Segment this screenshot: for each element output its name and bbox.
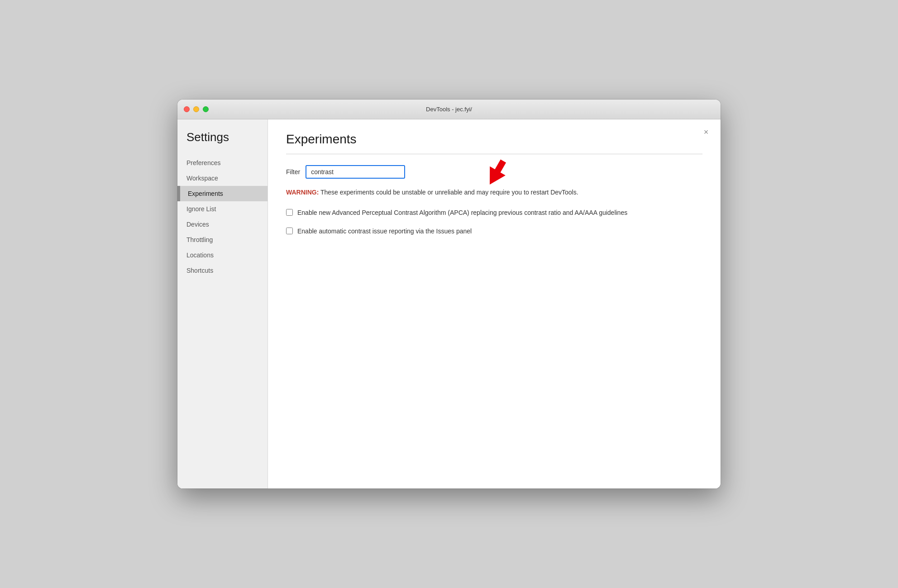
- checkbox-auto-contrast: Enable automatic contrast issue reportin…: [286, 227, 702, 236]
- sidebar-item-devices[interactable]: Devices: [177, 217, 267, 232]
- page-title: Experiments: [286, 132, 702, 147]
- sidebar-item-shortcuts[interactable]: Shortcuts: [177, 263, 267, 278]
- sidebar-title: Settings: [177, 130, 267, 155]
- sidebar-item-workspace[interactable]: Workspace: [177, 171, 267, 186]
- auto-contrast-checkbox[interactable]: [286, 228, 293, 234]
- sidebar-item-experiments[interactable]: Experiments: [177, 186, 267, 201]
- filter-label: Filter: [286, 168, 300, 175]
- red-arrow-annotation: [476, 157, 517, 190]
- apca-checkbox[interactable]: [286, 209, 293, 216]
- traffic-lights: [184, 106, 209, 112]
- sidebar: Settings Preferences Workspace Experimen…: [177, 119, 268, 488]
- apca-label: Enable new Advanced Perceptual Contrast …: [297, 208, 627, 218]
- browser-window: DevTools - jec.fyi/ Settings Preferences…: [177, 100, 721, 488]
- close-panel-button[interactable]: ×: [701, 127, 712, 138]
- title-bar: DevTools - jec.fyi/: [177, 100, 721, 119]
- divider: [286, 154, 702, 154]
- filter-row: Filter: [286, 165, 702, 179]
- sidebar-item-locations[interactable]: Locations: [177, 247, 267, 263]
- window-title: DevTools - jec.fyi/: [426, 106, 472, 113]
- checkbox-apca: Enable new Advanced Perceptual Contrast …: [286, 208, 702, 218]
- close-window-button[interactable]: [184, 106, 190, 112]
- sidebar-item-ignore-list[interactable]: Ignore List: [177, 201, 267, 217]
- filter-input[interactable]: [306, 165, 405, 179]
- svg-marker-0: [482, 157, 511, 189]
- main-content: × Experiments Filter: [268, 119, 721, 488]
- sidebar-item-preferences[interactable]: Preferences: [177, 155, 267, 171]
- maximize-window-button[interactable]: [203, 106, 209, 112]
- auto-contrast-label: Enable automatic contrast issue reportin…: [297, 227, 472, 236]
- sidebar-item-throttling[interactable]: Throttling: [177, 232, 267, 247]
- window-body: Settings Preferences Workspace Experimen…: [177, 119, 721, 488]
- minimize-window-button[interactable]: [193, 106, 199, 112]
- warning-label: WARNING:: [286, 189, 319, 196]
